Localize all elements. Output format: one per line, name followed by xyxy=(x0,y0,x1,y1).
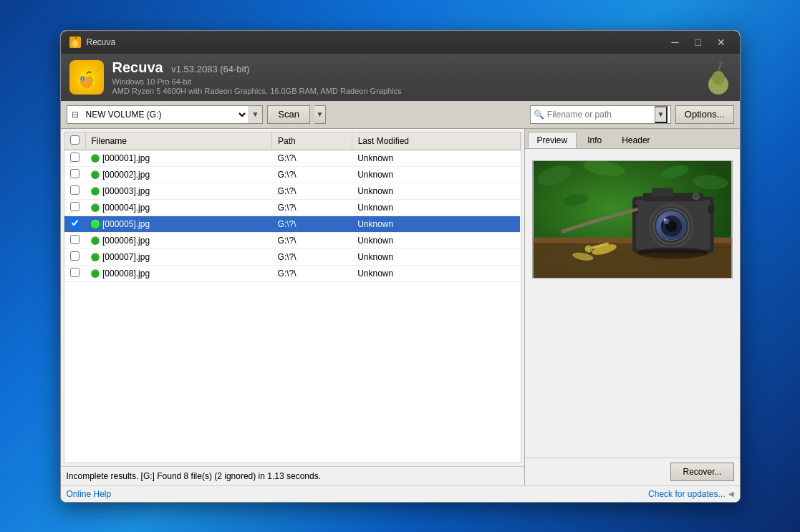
table-row[interactable]: [000004].jpgG:\?\Unknown xyxy=(64,199,521,216)
row-checkbox-cell xyxy=(64,265,86,281)
row-filename: [000005].jpg xyxy=(85,216,272,232)
svg-rect-23 xyxy=(652,188,673,196)
header-checkbox xyxy=(64,132,86,150)
row-path: G:\?\ xyxy=(272,248,352,265)
table-row[interactable]: [000005].jpgG:\?\Unknown xyxy=(64,216,521,232)
header-filename: Filename xyxy=(85,132,272,150)
search-input[interactable] xyxy=(547,110,655,120)
footer-icon: ◀ xyxy=(728,490,734,498)
online-help-link[interactable]: Online Help xyxy=(67,489,112,499)
status-dot xyxy=(91,170,100,179)
tab-info[interactable]: Info xyxy=(578,132,611,148)
row-checkbox[interactable] xyxy=(70,235,79,244)
table-row[interactable]: [000002].jpgG:\?\Unknown xyxy=(64,166,521,183)
app-logo xyxy=(69,60,104,95)
row-modified: Unknown xyxy=(352,216,520,232)
preview-panel: Preview Info Header xyxy=(525,129,740,485)
row-path: G:\?\ xyxy=(272,265,352,281)
search-wrapper[interactable]: 🔍 ▼ xyxy=(530,105,671,124)
svg-point-9 xyxy=(712,71,725,85)
title-bar: Recuva ─ □ ✕ xyxy=(61,31,740,54)
header-bar: Recuva v1.53.2083 (64-bit) Windows 10 Pr… xyxy=(61,54,740,101)
row-checkbox-cell xyxy=(64,166,86,183)
bottom-actions: Recover... xyxy=(525,458,740,485)
app-info: Recuva v1.53.2083 (64-bit) Windows 10 Pr… xyxy=(112,59,697,95)
table-row[interactable]: [000006].jpgG:\?\Unknown xyxy=(64,232,521,248)
volume-select[interactable]: NEW VOLUME (G:) xyxy=(83,109,249,120)
status-dot xyxy=(91,269,100,278)
svg-point-7 xyxy=(81,77,83,79)
app-hardware: AMD Ryzen 5 4600H with Radeon Graphics, … xyxy=(112,87,697,95)
status-bar: Incomplete results. [G:] Found 8 file(s)… xyxy=(61,466,524,485)
main-content: Filename Path Last Modified [000001].jpg… xyxy=(61,129,740,485)
filename-text: [000002].jpg xyxy=(102,170,150,180)
row-checkbox[interactable] xyxy=(70,169,79,178)
row-filename: [000004].jpg xyxy=(85,199,272,216)
tab-preview[interactable]: Preview xyxy=(528,132,577,148)
row-checkbox-cell xyxy=(64,199,86,216)
app-os: Windows 10 Pro 64-bit xyxy=(112,77,697,86)
row-modified: Unknown xyxy=(352,183,520,199)
row-checkbox-cell xyxy=(64,150,86,166)
row-filename: [000008].jpg xyxy=(85,265,272,281)
row-checkbox-cell xyxy=(64,232,86,248)
row-path: G:\?\ xyxy=(272,232,352,248)
row-path: G:\?\ xyxy=(272,183,352,199)
row-filename: [000007].jpg xyxy=(85,248,272,265)
filename-text: [000006].jpg xyxy=(102,236,150,246)
minimize-button[interactable]: ─ xyxy=(665,35,685,49)
toolbar: ⊟ NEW VOLUME (G:) ▼ Scan ▼ 🔍 ▼ Options..… xyxy=(61,101,740,129)
status-dot xyxy=(91,203,100,212)
check-updates-link[interactable]: Check for updates... xyxy=(648,489,725,499)
row-checkbox-cell xyxy=(64,216,86,232)
row-checkbox[interactable] xyxy=(70,153,79,162)
table-row[interactable]: [000008].jpgG:\?\Unknown xyxy=(64,265,521,281)
row-checkbox[interactable] xyxy=(70,218,79,228)
row-modified: Unknown xyxy=(352,150,520,166)
row-checkbox[interactable] xyxy=(70,202,79,211)
app-icon xyxy=(69,37,81,48)
svg-point-34 xyxy=(693,194,698,198)
table-row[interactable]: [000003].jpgG:\?\Unknown xyxy=(64,183,521,199)
row-path: G:\?\ xyxy=(272,166,352,183)
filename-text: [000004].jpg xyxy=(102,203,150,213)
select-all-checkbox[interactable] xyxy=(70,135,79,145)
row-filename: [000006].jpg xyxy=(85,232,272,248)
row-checkbox[interactable] xyxy=(70,268,79,277)
options-button[interactable]: Options... xyxy=(675,105,734,124)
scan-arrow-button[interactable]: ▼ xyxy=(314,105,326,124)
maximize-button[interactable]: □ xyxy=(688,35,708,49)
tab-header[interactable]: Header xyxy=(612,132,659,148)
row-modified: Unknown xyxy=(352,248,520,265)
svg-point-30 xyxy=(663,218,666,221)
close-button[interactable]: ✕ xyxy=(711,35,731,49)
recover-button[interactable]: Recover... xyxy=(670,463,733,481)
row-filename: [000002].jpg xyxy=(85,166,272,183)
row-modified: Unknown xyxy=(352,232,520,248)
file-list-table: Filename Path Last Modified [000001].jpg… xyxy=(64,132,521,282)
row-checkbox-cell xyxy=(64,183,86,199)
footer: Online Help Check for updates... ◀ xyxy=(61,485,740,502)
file-panel: Filename Path Last Modified [000001].jpg… xyxy=(61,129,525,485)
table-header-row: Filename Path Last Modified xyxy=(64,132,521,150)
search-dropdown-button[interactable]: ▼ xyxy=(655,106,668,123)
table-row[interactable]: [000001].jpgG:\?\Unknown xyxy=(64,150,521,166)
volume-dropdown-button[interactable]: ▼ xyxy=(248,106,262,123)
row-checkbox[interactable] xyxy=(70,251,79,261)
volume-select-wrapper[interactable]: ⊟ NEW VOLUME (G:) ▼ xyxy=(67,105,264,124)
app-version: v1.53.2083 (64-bit) xyxy=(171,64,249,74)
scan-button[interactable]: Scan xyxy=(267,105,310,124)
row-path: G:\?\ xyxy=(272,199,352,216)
svg-point-1 xyxy=(72,40,78,47)
search-icon: 🔍 xyxy=(534,110,544,120)
filename-text: [000007].jpg xyxy=(102,252,150,262)
row-checkbox[interactable] xyxy=(70,185,79,195)
preview-image-area xyxy=(532,160,733,279)
status-dot xyxy=(91,220,100,228)
header-path: Path xyxy=(272,132,352,150)
status-dot xyxy=(91,154,100,163)
preview-tabs: Preview Info Header xyxy=(525,129,740,149)
filename-text: [000001].jpg xyxy=(102,153,150,163)
filename-text: [000008].jpg xyxy=(102,269,150,279)
table-row[interactable]: [000007].jpgG:\?\Unknown xyxy=(64,248,521,265)
